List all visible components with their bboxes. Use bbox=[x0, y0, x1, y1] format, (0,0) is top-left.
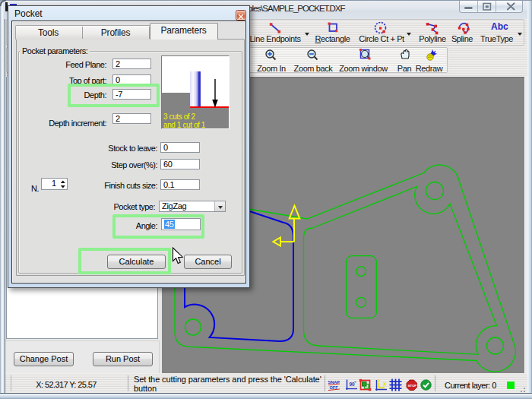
svg-text:90: 90 bbox=[350, 382, 356, 387]
svg-text:STOP: STOP bbox=[407, 384, 416, 388]
svg-text:X: X bbox=[383, 382, 387, 387]
svg-text:Y: Y bbox=[378, 378, 382, 384]
